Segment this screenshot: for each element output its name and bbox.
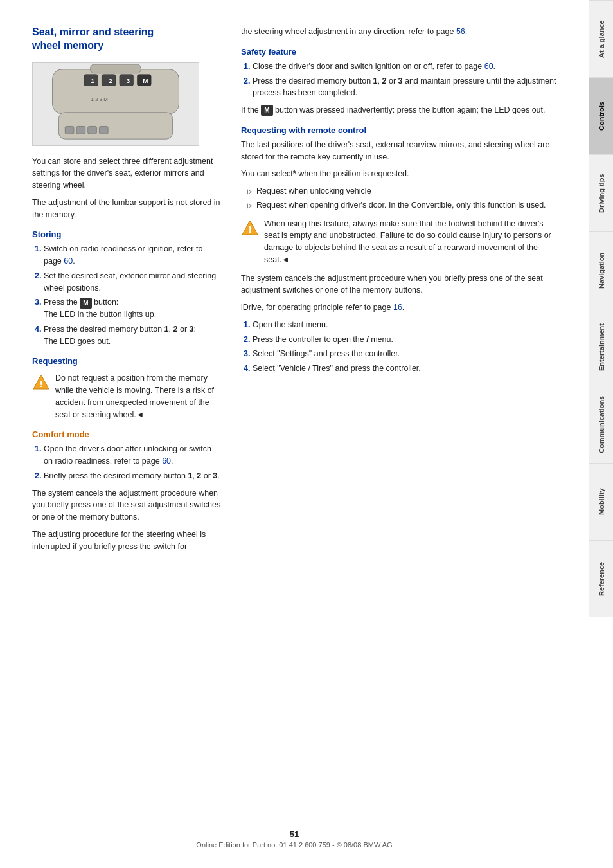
svg-text:!: ! — [40, 379, 43, 389]
comfort-note-1: The system cancels the adjustment proced… — [32, 487, 222, 523]
svg-text:2: 2 — [109, 77, 112, 84]
intro-para-1: You can store and select three different… — [32, 156, 222, 192]
svg-rect-14 — [91, 64, 141, 73]
comfort-step-2: Briefly press the desired memory button … — [44, 470, 222, 482]
footer-text: Online Edition for Part no. 01 41 2 600 … — [196, 841, 392, 849]
requesting-remote-bullets: Request when unlocking vehicle Request w… — [241, 185, 556, 212]
page-title: Seat, mirror and steeringwheel memory — [32, 26, 222, 53]
requesting-heading: Requesting — [32, 356, 222, 366]
link-16[interactable]: 16 — [393, 303, 402, 312]
remote-warning-text: When using this feature, always make sur… — [264, 218, 556, 266]
svg-text:M: M — [143, 77, 148, 84]
svg-text:3: 3 — [127, 77, 130, 84]
requesting-remote-intro: The last positions of the driver's seat,… — [241, 139, 556, 163]
page-footer: 51 Online Edition for Part no. 01 41 2 6… — [0, 829, 589, 849]
comfort-step-1: Open the driver's door after unlocking o… — [44, 443, 222, 467]
requesting-warning: ! Do not request a position from the mem… — [32, 372, 222, 420]
idrive-step-2: Press the controller to open the i menu. — [253, 334, 556, 346]
tab-reference[interactable]: Reference — [589, 540, 613, 617]
storing-step-3: Press the M button:The LED in the button… — [44, 296, 222, 321]
svg-text:1  2  3  M: 1 2 3 M — [91, 96, 108, 102]
storing-step-4: Press the desired memory button 1, 2 or … — [44, 323, 222, 348]
requesting-warning-text: Do not request a position from the memor… — [55, 372, 222, 420]
link-60c[interactable]: 60 — [484, 62, 493, 71]
idrive-step-4: Select "Vehicle / Tires" and press the c… — [253, 363, 556, 375]
remote-cancel-note: The system cancels the adjustment proced… — [241, 273, 556, 297]
idrive-step-3: Select "Settings" and press the controll… — [253, 348, 556, 360]
warning-triangle-icon-2: ! — [241, 219, 259, 237]
svg-rect-13 — [99, 126, 108, 134]
right-intro: the steering wheel adjustment in any dir… — [241, 26, 556, 38]
remote-warning: ! When using this feature, always make s… — [241, 218, 556, 266]
bullet-door: Request when opening driver's door. In t… — [247, 199, 556, 212]
safety-step-2: Press the desired memory button 1, 2 or … — [253, 75, 556, 100]
storing-heading: Storing — [32, 230, 222, 239]
idrive-note: iDrive, for operating principle refer to… — [241, 302, 556, 314]
intro-para-2: The adjustment of the lumbar support is … — [32, 197, 222, 221]
tab-communications[interactable]: Communications — [589, 386, 613, 463]
svg-rect-12 — [88, 126, 97, 134]
tab-at-a-glance[interactable]: At a glance — [589, 0, 613, 77]
link-60a[interactable]: 60 — [64, 257, 73, 266]
svg-rect-11 — [76, 126, 85, 134]
idrive-steps: Open the start menu. Press the controlle… — [241, 319, 556, 375]
storing-step-2: Set the desired seat, exterior mirror an… — [44, 270, 222, 294]
svg-text:!: ! — [249, 224, 252, 235]
tab-mobility[interactable]: Mobility — [589, 463, 613, 540]
comfort-mode-heading: Comfort mode — [32, 429, 222, 439]
svg-text:1: 1 — [91, 77, 95, 84]
safety-steps: Close the driver's door and switch ignit… — [241, 60, 556, 99]
tab-entertainment[interactable]: Entertainment — [589, 309, 613, 386]
safety-feature-heading: Safety feature — [241, 47, 556, 57]
m-button-inline-2: M — [261, 105, 272, 116]
requesting-remote-heading: Requesting with remote control — [241, 125, 556, 135]
right-column: the steering wheel adjustment in any dir… — [241, 26, 556, 557]
svg-rect-9 — [58, 112, 172, 138]
comfort-steps: Open the driver's door after unlocking o… — [32, 443, 222, 482]
requesting-remote-select: You can select* when the position is req… — [241, 168, 556, 180]
sidebar-tabs: At a glance Controls Driving tips Naviga… — [589, 0, 613, 868]
link-56[interactable]: 56 — [456, 27, 465, 36]
warning-triangle-icon: ! — [32, 374, 50, 392]
idrive-step-1: Open the start menu. — [253, 319, 556, 331]
tab-controls[interactable]: Controls — [589, 77, 613, 154]
tab-navigation[interactable]: Navigation — [589, 231, 613, 309]
page-number: 51 — [0, 829, 589, 839]
safety-step-1: Close the driver's door and switch ignit… — [253, 60, 556, 73]
seat-diagram: 1 2 3 M 1 2 3 M — [32, 62, 199, 146]
svg-rect-10 — [65, 126, 74, 134]
safety-note: If the M button was pressed inadvertentl… — [241, 104, 556, 116]
comfort-note-2: The adjusting procedure for the steering… — [32, 529, 222, 553]
main-content: Seat, mirror and steeringwheel memory 1 … — [0, 0, 589, 583]
m-button-icon: M — [80, 298, 91, 309]
left-column: Seat, mirror and steeringwheel memory 1 … — [32, 26, 222, 557]
tab-driving-tips[interactable]: Driving tips — [589, 154, 613, 231]
storing-step-1: Switch on radio readiness or ignition, r… — [44, 243, 222, 267]
storing-steps: Switch on radio readiness or ignition, r… — [32, 243, 222, 347]
link-60b[interactable]: 60 — [162, 457, 171, 466]
bullet-unlock: Request when unlocking vehicle — [247, 185, 556, 197]
